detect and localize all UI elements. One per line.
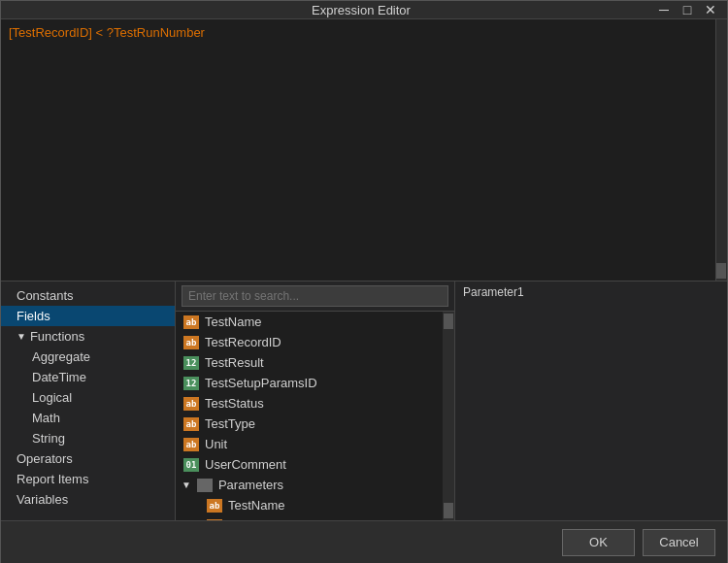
sidebar-item-math[interactable]: Math (1, 408, 175, 428)
datetime-label: DateTime (32, 370, 86, 384)
fields-label: Fields (17, 309, 50, 323)
item-label: TestStatus (205, 396, 264, 411)
ab-icon: ab (183, 315, 199, 329)
variables-label: Variables (17, 492, 68, 507)
cancel-button[interactable]: Cancel (643, 529, 715, 556)
restore-button[interactable]: □ (678, 1, 696, 18)
item-label: Unit (205, 437, 227, 451)
list-item-param-testrunnumber[interactable]: ab TestRunNumber (176, 515, 454, 520)
sidebar-item-datetime[interactable]: DateTime (1, 367, 175, 387)
ab-icon: ab (207, 519, 222, 521)
sidebar-item-logical[interactable]: Logical (1, 387, 175, 408)
list-item[interactable]: ab TestRecordID (176, 332, 454, 352)
item-label: TestResult (205, 355, 264, 370)
ab-icon: ab (183, 438, 199, 451)
items-list: ab TestName ab TestRecordID 12 TestResul… (176, 312, 454, 520)
sidebar-item-fields[interactable]: Fields (1, 306, 175, 326)
string-label: String (32, 431, 65, 446)
item-label: TestType (205, 416, 255, 431)
middle-panel: ab TestName ab TestRecordID 12 TestResul… (176, 282, 455, 520)
ab-icon: ab (207, 499, 222, 513)
scrollbar-thumb-top (444, 314, 453, 329)
list-item[interactable]: ab TestStatus (176, 393, 454, 414)
title-bar: Expression Editor ─ □ ✕ (1, 1, 727, 19)
left-panel: Constants Fields ▼ Functions Aggregate D… (1, 282, 176, 520)
aggregate-label: Aggregate (32, 349, 90, 364)
close-button[interactable]: ✕ (702, 1, 719, 18)
list-item[interactable]: 12 TestResult (176, 352, 454, 373)
expression-scrollbar-thumb (716, 263, 726, 279)
parameters-label: Parameters (218, 478, 283, 492)
list-item[interactable]: 01 UserComment (176, 454, 454, 475)
window-controls: ─ □ ✕ (655, 1, 719, 18)
sidebar-item-functions[interactable]: ▼ Functions (1, 326, 175, 347)
item-label: TestName (228, 498, 285, 513)
list-item[interactable]: ab Unit (176, 434, 454, 454)
scrollbar-thumb-bottom (444, 503, 453, 518)
right-panel-text: Parameter1 (463, 285, 524, 299)
footer: OK Cancel (1, 520, 727, 563)
list-item[interactable]: ab TestName (176, 312, 454, 332)
sidebar-item-report-items[interactable]: Report Items (1, 469, 175, 489)
expression-area[interactable]: [TestRecordID] < ?TestRunNumber (1, 19, 727, 282)
sidebar-item-operators[interactable]: Operators (1, 448, 175, 469)
functions-arrow-icon: ▼ (17, 331, 26, 342)
sidebar-item-constants[interactable]: Constants (1, 285, 175, 306)
logical-label: Logical (32, 390, 72, 405)
section-header-parameters[interactable]: ▼ Parameters (176, 475, 454, 495)
minimize-button[interactable]: ─ (655, 1, 673, 18)
num-icon: 01 (183, 458, 199, 472)
search-input[interactable] (182, 285, 448, 307)
expression-scrollbar[interactable] (715, 19, 727, 281)
expression-editor-window: Expression Editor ─ □ ✕ [TestRecordID] <… (0, 0, 728, 563)
operators-label: Operators (17, 451, 73, 466)
num-icon: 12 (183, 356, 199, 370)
item-label: TestName (205, 315, 262, 329)
sidebar-item-variables[interactable]: Variables (1, 489, 175, 510)
search-bar (176, 282, 454, 312)
report-items-label: Report Items (17, 472, 88, 486)
ab-icon: ab (183, 417, 199, 431)
item-label: UserComment (205, 457, 286, 472)
window-title: Expression Editor (67, 3, 655, 17)
parameters-arrow-icon: ▼ (182, 480, 191, 490)
panels: Constants Fields ▼ Functions Aggregate D… (1, 282, 727, 520)
list-item-param-testname[interactable]: ab TestName (176, 495, 454, 515)
sidebar-item-string[interactable]: String (1, 428, 175, 448)
item-label: TestRunNumber (228, 518, 319, 520)
math-label: Math (32, 411, 60, 425)
list-item[interactable]: ab TestType (176, 414, 454, 434)
bottom-section: Constants Fields ▼ Functions Aggregate D… (1, 282, 727, 563)
sidebar-item-aggregate[interactable]: Aggregate (1, 347, 175, 367)
expression-text: [TestRecordID] < ?TestRunNumber (9, 25, 205, 40)
folder-icon (197, 479, 213, 492)
functions-label: Functions (30, 329, 84, 344)
ok-button[interactable]: OK (562, 529, 635, 556)
item-label: TestRecordID (205, 335, 281, 349)
num-icon: 12 (183, 377, 199, 390)
list-item[interactable]: 12 TestSetupParamsID (176, 373, 454, 393)
item-label: TestSetupParamsID (205, 376, 317, 390)
ab-icon: ab (183, 336, 199, 349)
constants-label: Constants (17, 288, 74, 303)
middle-scrollbar[interactable] (443, 312, 454, 520)
right-panel: Parameter1 (455, 282, 727, 520)
ab-icon: ab (183, 397, 199, 411)
